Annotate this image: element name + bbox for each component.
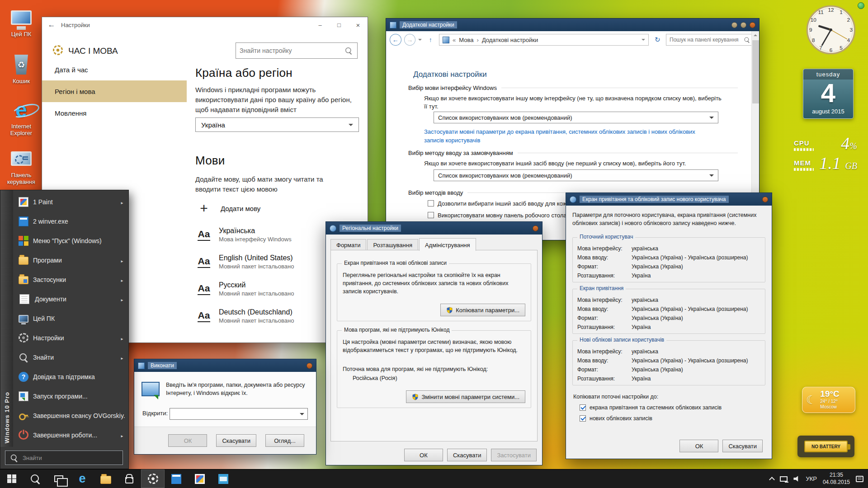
checkbox-checked[interactable] bbox=[580, 415, 586, 422]
nav-forward-button[interactable]: → bbox=[404, 34, 416, 46]
close-button[interactable] bbox=[762, 197, 768, 202]
settings-taskbar-button[interactable] bbox=[141, 469, 165, 488]
start-item-winver[interactable]: 2 winver.exe bbox=[13, 211, 128, 231]
taskbar-app-button-1[interactable] bbox=[165, 469, 188, 488]
address-dropdown-icon[interactable] bbox=[642, 39, 645, 42]
dialog-tabs: Формати Розташування Адміністрування bbox=[330, 238, 477, 251]
start-item-help[interactable]: Довідка та підтримка bbox=[13, 367, 128, 386]
desktop-icon-control-panel[interactable]: Панель керування bbox=[2, 147, 41, 185]
weather-gadget[interactable]: ☾ 19°C 24° / 12° Moscow bbox=[802, 387, 855, 413]
input-method-checkbox-row-1[interactable]: Дозволити вибирати інший засіб вводу для… bbox=[428, 200, 578, 207]
breadcrumb-chevrons-icon[interactable]: « bbox=[453, 37, 456, 43]
close-button[interactable] bbox=[533, 225, 538, 231]
tab-formats[interactable]: Формати bbox=[330, 239, 366, 251]
input-method-checkbox-row-2[interactable]: Використовувати мовну панель робочого ст… bbox=[428, 212, 572, 219]
battery-gadget[interactable]: NO BATTERY bbox=[797, 436, 854, 457]
checkbox-unchecked[interactable] bbox=[428, 200, 434, 206]
display-language-dropdown[interactable]: Список використовуваних мов (рекомендова… bbox=[434, 112, 718, 123]
refresh-button[interactable]: ↻ bbox=[651, 34, 663, 46]
nav-back-button[interactable]: ← bbox=[390, 34, 401, 46]
start-button[interactable] bbox=[0, 469, 24, 488]
country-select[interactable]: Україна bbox=[195, 117, 359, 132]
ok-button[interactable]: ОК bbox=[679, 440, 718, 452]
tray-clock[interactable]: 21:35 04.08.2015 bbox=[823, 472, 850, 486]
current-unicode-language-label: Поточна мова для програм, які не підтрим… bbox=[343, 366, 488, 372]
start-item-run[interactable]: Запуск програми... bbox=[13, 386, 128, 406]
copy-settings-button[interactable]: Копіювати параметри... bbox=[440, 304, 525, 316]
settings-sidebar: Дата й час Регіон і мова Мовлення bbox=[42, 59, 187, 124]
dialog-intro-text: Параметри для поточного користувача, екр… bbox=[572, 211, 765, 227]
open-input[interactable] bbox=[171, 409, 297, 418]
taskbar-search-button[interactable] bbox=[24, 469, 47, 488]
volume-icon[interactable] bbox=[793, 476, 800, 482]
start-item-paint[interactable]: 1 Paint bbox=[13, 192, 128, 211]
scroll-up-icon[interactable] bbox=[754, 34, 757, 36]
desktop-icon-internet-explorer[interactable]: e Internet Explorer bbox=[2, 99, 41, 136]
taskbar-app-button-3[interactable] bbox=[212, 469, 235, 488]
gear-icon bbox=[148, 474, 158, 484]
cancel-button[interactable]: Скасувати bbox=[216, 434, 256, 447]
tab-administration[interactable]: Адміністрування bbox=[419, 238, 476, 251]
tab-location[interactable]: Розташування bbox=[367, 239, 418, 251]
start-item-programs[interactable]: Програми bbox=[13, 250, 128, 270]
copy-to-welcome-checkbox-row[interactable]: екрана привітання та системних облікових… bbox=[580, 404, 722, 411]
corner-utility-icon[interactable] bbox=[858, 2, 864, 9]
maximize-button[interactable] bbox=[741, 22, 746, 28]
minimize-button[interactable] bbox=[731, 22, 737, 28]
edge-button[interactable]: e bbox=[71, 469, 94, 488]
sidebar-item-date-time[interactable]: Дата й час bbox=[42, 59, 187, 80]
close-button[interactable] bbox=[750, 22, 755, 28]
checkbox-unchecked[interactable] bbox=[428, 212, 434, 218]
sidebar-item-region-language[interactable]: Регіон і мова bbox=[42, 80, 187, 102]
apply-language-settings-link[interactable]: Застосувати мовні параметри до екрана пр… bbox=[424, 128, 704, 145]
desktop-icon-recycle-bin[interactable]: ♻ Кошик bbox=[2, 53, 41, 84]
store-button[interactable] bbox=[118, 469, 141, 488]
apply-button[interactable]: Застосувати bbox=[491, 449, 537, 461]
breadcrumb-current[interactable]: Додаткові настройки bbox=[482, 37, 538, 43]
address-bar[interactable]: « Мова › Додаткові настройки bbox=[439, 34, 649, 46]
start-item-search[interactable]: Знайти bbox=[13, 347, 128, 367]
scrollbar-thumb[interactable] bbox=[752, 40, 759, 103]
ok-button[interactable]: ОК bbox=[404, 449, 443, 461]
search-icon bbox=[30, 474, 40, 484]
browse-button[interactable]: Огляд... bbox=[265, 434, 304, 447]
nav-up-button[interactable]: ↑ bbox=[425, 34, 436, 45]
nav-history-chevron-icon[interactable] bbox=[418, 39, 422, 42]
task-view-button[interactable] bbox=[47, 469, 71, 488]
start-item-this-pc[interactable]: Цей ПК bbox=[13, 309, 128, 328]
ok-button[interactable]: ОК bbox=[168, 434, 207, 447]
open-combobox[interactable] bbox=[170, 408, 308, 420]
sidebar-item-speech[interactable]: Мовлення bbox=[42, 102, 187, 124]
network-icon[interactable] bbox=[780, 476, 788, 482]
start-item-shutdown[interactable]: Завершення роботи... bbox=[13, 425, 128, 445]
desktop-icon-this-pc[interactable]: Цей ПК bbox=[2, 6, 41, 38]
cancel-button[interactable]: Скасувати bbox=[447, 449, 487, 461]
default-input-dropdown[interactable]: Список використовуваних мов (рекомендова… bbox=[434, 169, 718, 181]
performance-gadget[interactable]: CPU 4% MEM 1.1 GB bbox=[794, 136, 857, 175]
language-indicator[interactable]: УКР bbox=[806, 475, 817, 482]
cp-search-input[interactable] bbox=[670, 37, 739, 43]
submenu-arrow-icon bbox=[120, 276, 125, 283]
start-item-start-menu-windows[interactable]: Меню "Пуск" (Windows) bbox=[13, 231, 128, 250]
checkbox-checked[interactable] bbox=[580, 404, 586, 411]
taskbar-app-button-2[interactable] bbox=[188, 469, 212, 488]
change-system-locale-button[interactable]: Змінити мовні параметри системи... bbox=[406, 390, 525, 403]
start-item-documents[interactable]: Документи bbox=[13, 289, 128, 309]
calendar-gadget[interactable]: tuesday 4 august 2015 bbox=[803, 69, 854, 119]
show-hidden-icons-chevron[interactable] bbox=[769, 477, 775, 483]
add-language-button[interactable]: + Додати мову bbox=[195, 202, 260, 215]
start-item-settings[interactable]: Настройки bbox=[13, 328, 128, 347]
cancel-button[interactable]: Скасувати bbox=[722, 440, 763, 452]
uac-shield-icon bbox=[412, 394, 419, 400]
start-menu-search-input[interactable] bbox=[23, 455, 119, 461]
breadcrumb-root[interactable]: Мова bbox=[459, 37, 473, 43]
action-center-icon[interactable] bbox=[856, 476, 863, 482]
back-arrow-icon[interactable]: ← bbox=[42, 20, 61, 29]
clock-gadget[interactable]: 1 2 3 4 5 6 7 8 9 10 11 12 bbox=[806, 5, 856, 55]
start-item-logoff[interactable]: Завершення сеансу OVGorskiy... bbox=[13, 406, 128, 425]
copy-to-new-accounts-checkbox-row[interactable]: нових облікових записів bbox=[580, 415, 652, 422]
file-explorer-button[interactable] bbox=[94, 469, 118, 488]
close-button[interactable] bbox=[307, 363, 312, 369]
svg-text:9: 9 bbox=[809, 27, 812, 33]
start-item-apps[interactable]: Застосунки bbox=[13, 270, 128, 289]
